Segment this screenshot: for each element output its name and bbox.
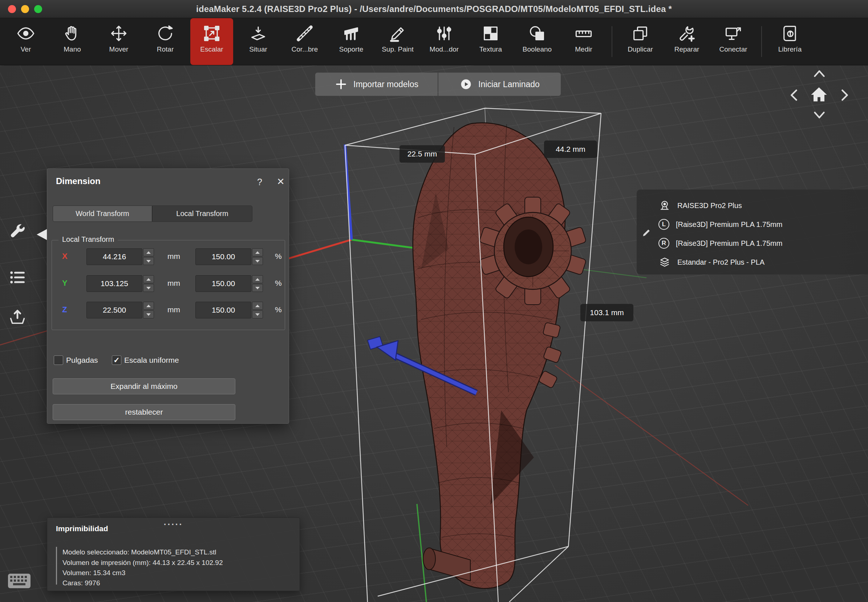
tool-soporte[interactable]: Soporte bbox=[330, 18, 373, 65]
list-icon bbox=[8, 268, 27, 287]
tool-textura[interactable]: Textura bbox=[469, 18, 512, 65]
library-icon bbox=[780, 23, 799, 44]
y-percent-input[interactable]: 150.00 bbox=[195, 275, 251, 292]
chevron-up-icon bbox=[813, 68, 826, 78]
upload-icon bbox=[8, 308, 27, 327]
start-slice-button[interactable]: Iniciar Laminado bbox=[438, 73, 561, 96]
close-window-button[interactable] bbox=[8, 5, 16, 13]
model-list-button[interactable] bbox=[8, 268, 27, 288]
tool-escalar[interactable]: Escalar bbox=[190, 18, 233, 65]
inches-label: Pulgadas bbox=[66, 356, 98, 364]
home-icon bbox=[808, 84, 830, 105]
stepper-down-button[interactable] bbox=[143, 284, 154, 292]
filament-right-row[interactable]: R [Raise3D] Premium PLA 1.75mm bbox=[658, 236, 782, 250]
model-mesh[interactable] bbox=[413, 123, 587, 588]
filament-left-row[interactable]: L [Raise3D] Premium PLA 1.75mm bbox=[658, 217, 782, 232]
reset-button[interactable]: restablecer bbox=[53, 404, 235, 420]
minimize-window-button[interactable] bbox=[21, 5, 29, 13]
chevron-left-icon bbox=[789, 88, 799, 102]
uniform-scale-checkbox[interactable] bbox=[112, 355, 121, 365]
view-up-button[interactable] bbox=[813, 68, 826, 80]
z-mm-input[interactable]: 22.500 bbox=[86, 302, 142, 318]
z-percent-input[interactable]: 150.00 bbox=[195, 302, 251, 318]
tab-local-transform[interactable]: Local Transform bbox=[152, 206, 252, 222]
tool-duplicar[interactable]: Duplicar bbox=[619, 18, 662, 65]
x-mm-input[interactable]: 44.216 bbox=[86, 248, 142, 265]
uniform-scale-label: Escala uniforme bbox=[124, 356, 179, 364]
local-transform-group: Local Transform X 44.216 mm 150.00 % Y 1… bbox=[52, 240, 285, 330]
move-icon bbox=[109, 23, 128, 44]
view-left-button[interactable] bbox=[789, 88, 799, 104]
print-volume-line: Volumen de impresión (mm): 44.13 x 22.45… bbox=[63, 559, 223, 567]
transform-settings-button[interactable] bbox=[8, 222, 28, 243]
filament-left-name: [Raise3D] Premium PLA 1.75mm bbox=[676, 220, 782, 229]
tool-conectar[interactable]: Conectar bbox=[712, 18, 755, 65]
wrench-icon bbox=[8, 222, 28, 242]
tool-label: Sup. Paint bbox=[382, 45, 414, 54]
help-button[interactable]: ? bbox=[257, 177, 262, 187]
expand-to-max-button[interactable]: Expandir al máximo bbox=[53, 378, 235, 394]
export-upload-button[interactable] bbox=[8, 308, 27, 328]
z-mm-stepper bbox=[143, 302, 154, 318]
tool-sup-paint[interactable]: Sup. Paint bbox=[376, 18, 419, 65]
tool-mover[interactable]: Mover bbox=[97, 18, 140, 65]
main-toolbar: Ver Mano Mover Rotar Escalar Situar Cor.… bbox=[0, 18, 868, 65]
x-percent-stepper bbox=[252, 248, 263, 265]
tool-libreria[interactable]: Librería bbox=[768, 18, 811, 65]
cut-icon bbox=[295, 23, 314, 44]
mm-unit-label: mm bbox=[167, 252, 180, 261]
dialog-anchor-pointer bbox=[37, 229, 47, 240]
tool-rotar[interactable]: Rotar bbox=[144, 18, 187, 65]
tool-modificador[interactable]: Mod...dor bbox=[423, 18, 465, 65]
x-axis-continuation bbox=[555, 365, 748, 505]
stepper-down-button[interactable] bbox=[252, 310, 263, 318]
tool-label: Situar bbox=[249, 45, 267, 54]
tool-mano[interactable]: Mano bbox=[51, 18, 94, 65]
stepper-up-button[interactable] bbox=[252, 302, 263, 310]
stepper-down-button[interactable] bbox=[143, 310, 154, 318]
stepper-up-button[interactable] bbox=[143, 275, 154, 283]
slice-template-row[interactable]: Estandar - Pro2 Plus - PLA bbox=[658, 255, 765, 269]
tool-situar[interactable]: Situar bbox=[237, 18, 280, 65]
stepper-down-button[interactable] bbox=[252, 284, 263, 292]
stepper-down-button[interactable] bbox=[252, 257, 263, 265]
stepper-up-button[interactable] bbox=[252, 275, 263, 283]
import-models-button[interactable]: Importar modelos bbox=[315, 73, 438, 96]
view-right-button[interactable] bbox=[840, 88, 850, 104]
stepper-up-button[interactable] bbox=[143, 302, 154, 310]
stepper-up-button[interactable] bbox=[252, 248, 263, 256]
app-window: ideaMaker 5.2.4 (RAISE3D Pro2 Plus) - /U… bbox=[0, 0, 868, 602]
y-mm-input[interactable]: 103.125 bbox=[86, 275, 142, 292]
connect-icon bbox=[724, 23, 743, 44]
printer-name: RAISE3D Pro2 Plus bbox=[678, 201, 742, 210]
edit-pencil-icon[interactable] bbox=[642, 227, 652, 239]
zoom-window-button[interactable] bbox=[34, 5, 42, 13]
chevron-right-icon bbox=[840, 88, 850, 102]
printer-row[interactable]: RAISE3D Pro2 Plus bbox=[658, 198, 742, 213]
view-home-button[interactable] bbox=[808, 84, 830, 107]
printer-info-panel[interactable]: RAISE3D Pro2 Plus L [Raise3D] Premium PL… bbox=[637, 189, 868, 275]
mm-unit-label: mm bbox=[167, 279, 180, 287]
group-legend: Local Transform bbox=[58, 235, 118, 244]
keyboard-shortcuts-button[interactable] bbox=[7, 572, 31, 591]
tool-booleano[interactable]: Booleano bbox=[516, 18, 559, 65]
inches-checkbox[interactable] bbox=[54, 355, 63, 365]
stepper-up-button[interactable] bbox=[143, 248, 154, 256]
y-percent-stepper bbox=[252, 275, 263, 292]
tool-label: Duplicar bbox=[628, 45, 653, 54]
window-title: ideaMaker 5.2.4 (RAISE3D Pro2 Plus) - /U… bbox=[0, 4, 868, 14]
tool-ver[interactable]: Ver bbox=[5, 18, 47, 65]
measure-ruler-icon bbox=[574, 23, 593, 44]
y-mm-stepper bbox=[143, 275, 154, 292]
tool-cortar[interactable]: Cor...bre bbox=[283, 18, 326, 65]
x-percent-input[interactable]: 150.00 bbox=[195, 248, 251, 265]
close-dialog-button[interactable]: ✕ bbox=[277, 176, 285, 187]
view-down-button[interactable] bbox=[813, 110, 826, 121]
volume-line: Volumen: 15.34 cm3 bbox=[63, 569, 125, 577]
options-row: Pulgadas Escala uniforme bbox=[47, 355, 289, 366]
tab-world-transform[interactable]: World Transform bbox=[53, 206, 152, 222]
tool-reparar[interactable]: Reparar bbox=[665, 18, 708, 65]
tool-medir[interactable]: Medir bbox=[562, 18, 605, 65]
stepper-down-button[interactable] bbox=[143, 257, 154, 265]
printability-panel: ..... Imprimibilidad Modelo seleccionado… bbox=[47, 518, 300, 591]
